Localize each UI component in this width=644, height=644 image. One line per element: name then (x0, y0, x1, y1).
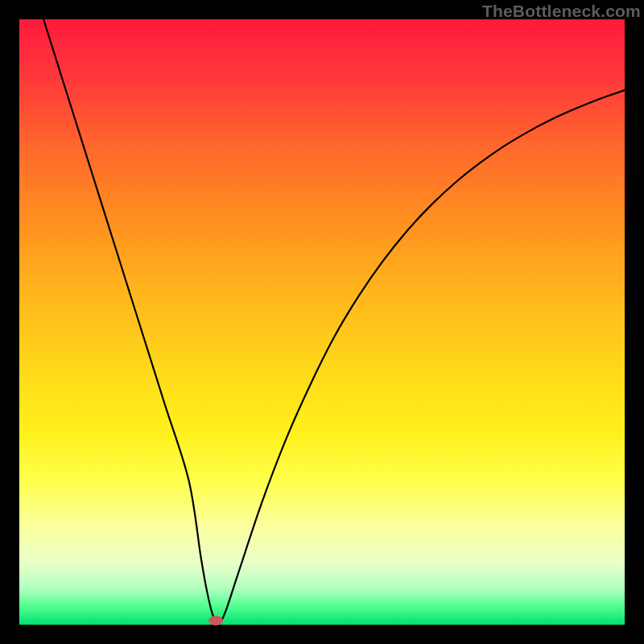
optimal-point-marker (208, 616, 223, 625)
plot-area (19, 19, 625, 625)
watermark-text: TheBottleneck.com (482, 2, 641, 21)
chart-container: TheBottleneck.com (0, 0, 644, 644)
bottleneck-curve (19, 19, 625, 625)
